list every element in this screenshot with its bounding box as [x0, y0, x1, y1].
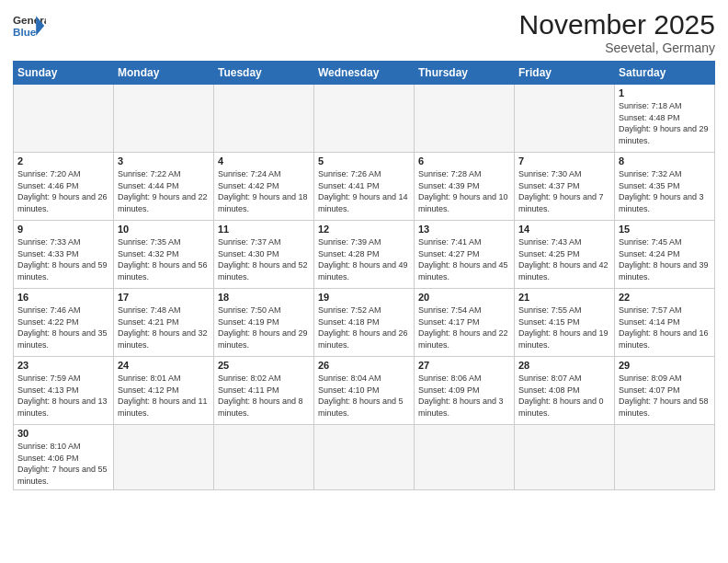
calendar-week-row: 23Sunrise: 7:59 AM Sunset: 4:13 PM Dayli… [14, 357, 715, 425]
title-block: November 2025 Seevetal, Germany [519, 9, 715, 55]
day-number: 25 [218, 360, 310, 371]
header: General Blue November 2025 Seevetal, Ger… [13, 9, 715, 55]
day-number: 15 [619, 224, 711, 235]
day-number: 4 [218, 155, 310, 167]
calendar-cell: 28Sunrise: 8:07 AM Sunset: 4:08 PM Dayli… [515, 357, 615, 425]
calendar-cell: 2Sunrise: 7:20 AM Sunset: 4:46 PM Daylig… [14, 153, 114, 221]
day-number: 14 [518, 224, 610, 235]
calendar-week-row: 30Sunrise: 8:10 AM Sunset: 4:06 PM Dayli… [14, 425, 715, 490]
day-info: Sunrise: 8:04 AM Sunset: 4:10 PM Dayligh… [318, 373, 410, 419]
day-info: Sunrise: 7:57 AM Sunset: 4:14 PM Dayligh… [619, 304, 711, 350]
svg-text:Blue: Blue [13, 26, 37, 38]
calendar-cell: 30Sunrise: 8:10 AM Sunset: 4:06 PM Dayli… [14, 425, 114, 490]
day-info: Sunrise: 8:09 AM Sunset: 4:07 PM Dayligh… [619, 373, 711, 419]
day-info: Sunrise: 7:18 AM Sunset: 4:48 PM Dayligh… [619, 100, 711, 146]
day-info: Sunrise: 7:59 AM Sunset: 4:13 PM Dayligh… [17, 373, 109, 419]
calendar-cell: 15Sunrise: 7:45 AM Sunset: 4:24 PM Dayli… [615, 221, 715, 289]
logo: General Blue [13, 9, 46, 42]
calendar-week-row: 1Sunrise: 7:18 AM Sunset: 4:48 PM Daylig… [14, 85, 715, 153]
calendar-cell: 11Sunrise: 7:37 AM Sunset: 4:30 PM Dayli… [214, 221, 314, 289]
day-number: 26 [318, 360, 410, 371]
header-sunday: Sunday [14, 62, 114, 85]
day-number: 30 [17, 428, 109, 439]
day-info: Sunrise: 8:01 AM Sunset: 4:12 PM Dayligh… [118, 373, 210, 419]
day-number: 1 [619, 87, 711, 98]
calendar-cell: 6Sunrise: 7:28 AM Sunset: 4:39 PM Daylig… [415, 153, 515, 221]
calendar-cell: 14Sunrise: 7:43 AM Sunset: 4:25 PM Dayli… [515, 221, 615, 289]
day-number: 29 [619, 360, 711, 371]
calendar-cell [415, 85, 515, 153]
calendar-cell: 18Sunrise: 7:50 AM Sunset: 4:19 PM Dayli… [214, 289, 314, 357]
calendar-cell: 19Sunrise: 7:52 AM Sunset: 4:18 PM Dayli… [314, 289, 415, 357]
day-number: 16 [17, 292, 109, 303]
day-number: 19 [318, 292, 410, 303]
day-info: Sunrise: 8:02 AM Sunset: 4:11 PM Dayligh… [218, 373, 310, 419]
page: General Blue November 2025 Seevetal, Ger… [0, 0, 728, 563]
day-info: Sunrise: 7:24 AM Sunset: 4:42 PM Dayligh… [218, 168, 310, 214]
day-number: 5 [318, 155, 410, 167]
day-info: Sunrise: 7:30 AM Sunset: 4:37 PM Dayligh… [518, 168, 610, 214]
calendar-cell: 24Sunrise: 8:01 AM Sunset: 4:12 PM Dayli… [114, 357, 214, 425]
calendar-cell: 26Sunrise: 8:04 AM Sunset: 4:10 PM Dayli… [314, 357, 415, 425]
calendar-week-row: 9Sunrise: 7:33 AM Sunset: 4:33 PM Daylig… [14, 221, 715, 289]
header-tuesday: Tuesday [214, 62, 314, 85]
day-info: Sunrise: 7:35 AM Sunset: 4:32 PM Dayligh… [118, 236, 210, 282]
day-info: Sunrise: 8:07 AM Sunset: 4:08 PM Dayligh… [518, 373, 610, 419]
day-info: Sunrise: 7:37 AM Sunset: 4:30 PM Dayligh… [218, 236, 310, 282]
day-number: 24 [118, 360, 210, 371]
day-info: Sunrise: 7:41 AM Sunset: 4:27 PM Dayligh… [418, 236, 510, 282]
day-number: 10 [118, 224, 210, 235]
calendar-cell: 27Sunrise: 8:06 AM Sunset: 4:09 PM Dayli… [415, 357, 515, 425]
day-number: 22 [619, 292, 711, 303]
calendar-cell: 9Sunrise: 7:33 AM Sunset: 4:33 PM Daylig… [14, 221, 114, 289]
day-info: Sunrise: 8:06 AM Sunset: 4:09 PM Dayligh… [418, 373, 510, 419]
calendar-cell: 8Sunrise: 7:32 AM Sunset: 4:35 PM Daylig… [615, 153, 715, 221]
calendar-cell [114, 85, 214, 153]
day-number: 6 [418, 155, 510, 167]
day-info: Sunrise: 7:33 AM Sunset: 4:33 PM Dayligh… [17, 236, 109, 282]
calendar-cell: 25Sunrise: 8:02 AM Sunset: 4:11 PM Dayli… [214, 357, 314, 425]
calendar-cell: 5Sunrise: 7:26 AM Sunset: 4:41 PM Daylig… [314, 153, 415, 221]
day-number: 18 [218, 292, 310, 303]
calendar-cell: 1Sunrise: 7:18 AM Sunset: 4:48 PM Daylig… [615, 85, 715, 153]
day-info: Sunrise: 7:39 AM Sunset: 4:28 PM Dayligh… [318, 236, 410, 282]
calendar-cell: 17Sunrise: 7:48 AM Sunset: 4:21 PM Dayli… [114, 289, 214, 357]
day-number: 2 [17, 155, 109, 167]
day-number: 12 [318, 224, 410, 235]
calendar-cell: 20Sunrise: 7:54 AM Sunset: 4:17 PM Dayli… [415, 289, 515, 357]
day-number: 8 [619, 155, 711, 167]
calendar-cell [314, 85, 415, 153]
day-info: Sunrise: 7:50 AM Sunset: 4:19 PM Dayligh… [218, 304, 310, 350]
calendar-cell [415, 425, 515, 490]
day-number: 13 [418, 224, 510, 235]
day-number: 23 [17, 360, 109, 371]
calendar-cell: 23Sunrise: 7:59 AM Sunset: 4:13 PM Dayli… [14, 357, 114, 425]
calendar-cell: 16Sunrise: 7:46 AM Sunset: 4:22 PM Dayli… [14, 289, 114, 357]
header-saturday: Saturday [615, 62, 715, 85]
calendar-cell: 7Sunrise: 7:30 AM Sunset: 4:37 PM Daylig… [515, 153, 615, 221]
header-thursday: Thursday [415, 62, 515, 85]
day-number: 20 [418, 292, 510, 303]
calendar-cell [515, 85, 615, 153]
day-info: Sunrise: 7:32 AM Sunset: 4:35 PM Dayligh… [619, 168, 711, 214]
calendar-cell: 13Sunrise: 7:41 AM Sunset: 4:27 PM Dayli… [415, 221, 515, 289]
day-info: Sunrise: 8:10 AM Sunset: 4:06 PM Dayligh… [17, 441, 109, 487]
calendar-cell [114, 425, 214, 490]
day-number: 7 [518, 155, 610, 167]
calendar-cell [214, 425, 314, 490]
day-number: 3 [118, 155, 210, 167]
day-info: Sunrise: 7:55 AM Sunset: 4:15 PM Dayligh… [518, 304, 610, 350]
calendar-cell [615, 425, 715, 490]
calendar-cell [14, 85, 114, 153]
day-info: Sunrise: 7:54 AM Sunset: 4:17 PM Dayligh… [418, 304, 510, 350]
calendar-cell [214, 85, 314, 153]
calendar-cell: 4Sunrise: 7:24 AM Sunset: 4:42 PM Daylig… [214, 153, 314, 221]
day-info: Sunrise: 7:26 AM Sunset: 4:41 PM Dayligh… [318, 168, 410, 214]
logo-icon: General Blue [13, 9, 46, 42]
calendar-cell: 21Sunrise: 7:55 AM Sunset: 4:15 PM Dayli… [515, 289, 615, 357]
day-info: Sunrise: 7:46 AM Sunset: 4:22 PM Dayligh… [17, 304, 109, 350]
calendar-cell: 10Sunrise: 7:35 AM Sunset: 4:32 PM Dayli… [114, 221, 214, 289]
calendar-cell: 22Sunrise: 7:57 AM Sunset: 4:14 PM Dayli… [615, 289, 715, 357]
day-info: Sunrise: 7:28 AM Sunset: 4:39 PM Dayligh… [418, 168, 510, 214]
day-info: Sunrise: 7:48 AM Sunset: 4:21 PM Dayligh… [118, 304, 210, 350]
